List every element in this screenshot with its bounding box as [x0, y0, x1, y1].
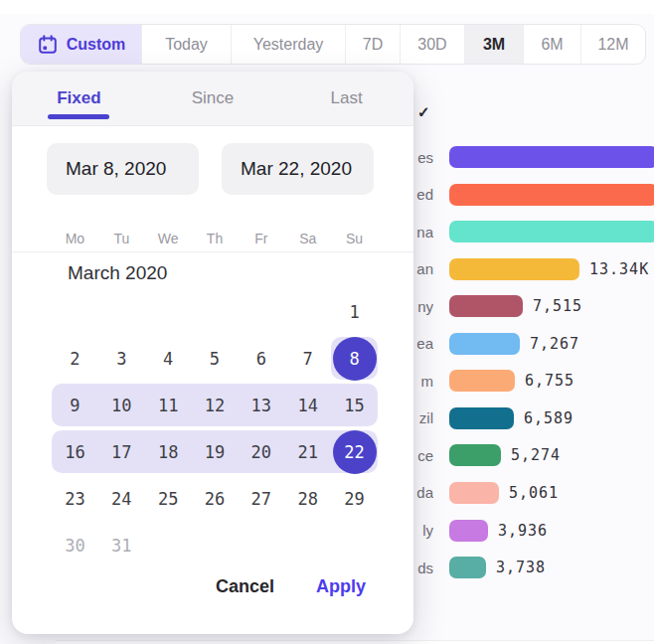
toolbar-item-label: 12M: [597, 36, 628, 54]
toolbar-item-custom[interactable]: Custom: [21, 25, 141, 64]
calendar-day-17[interactable]: 17: [98, 428, 145, 475]
calendar-day-19[interactable]: 19: [192, 428, 239, 475]
weekday-tu: Tu: [98, 227, 145, 250]
calendar-day-26[interactable]: 26: [192, 475, 239, 522]
chart-bar[interactable]: [449, 557, 486, 578]
chart-bar[interactable]: [449, 520, 488, 542]
calendar-day-15[interactable]: 15: [331, 382, 378, 428]
calendar-day-12[interactable]: 12: [192, 382, 239, 428]
chart-bar[interactable]: [449, 407, 514, 429]
calendar-day-21[interactable]: 21: [284, 428, 331, 475]
calendar-day-22[interactable]: 22: [331, 428, 378, 475]
chart-row-value: 5,274: [511, 446, 561, 464]
calendar-day-23[interactable]: 23: [52, 475, 98, 522]
chart-row-value: 13.34K: [589, 260, 649, 278]
page: esednaan13.34Kny7,515ea7,267m6,755zil6,5…: [0, 0, 654, 644]
calendar-day-31: 31: [98, 522, 145, 568]
check-icon: ✓: [417, 103, 430, 121]
calendar-grid: 1234567891011121314151617181920212223242…: [52, 288, 378, 568]
chart-bar[interactable]: [449, 295, 523, 317]
weekday-fr: Fr: [238, 227, 284, 250]
toolbar-item-label: Custom: [67, 36, 126, 54]
calendar-day-11[interactable]: 11: [145, 382, 192, 428]
calendar-day-25[interactable]: 25: [145, 475, 192, 522]
date-range-toolbar: CustomTodayYesterday7D30D3M6M12M: [20, 24, 646, 65]
chart-bar[interactable]: [449, 370, 515, 392]
weekday-header: MoTuWeThFrSaSu: [52, 227, 378, 250]
calendar-day-24[interactable]: 24: [98, 475, 145, 522]
apply-button[interactable]: Apply: [316, 576, 366, 597]
active-tab-underline: [48, 114, 109, 119]
toolbar-item-label: 7D: [363, 36, 383, 54]
toolbar-item-label: 30D: [417, 36, 446, 54]
calendar-day-5[interactable]: 5: [192, 335, 239, 382]
weekday-sa: Sa: [284, 227, 331, 250]
month-title: March 2020: [68, 262, 167, 284]
modal-actions: Cancel Apply: [216, 576, 366, 597]
date-picker-modal: FixedSinceLast Mar 8, 2020 Mar 22, 2020 …: [12, 72, 413, 634]
toolbar-item-label: Yesterday: [253, 36, 324, 54]
chart-row-value: 7,515: [533, 297, 582, 315]
toolbar-item-label: 3M: [483, 36, 505, 54]
calendar-week-row: 16171819202122: [52, 428, 378, 475]
calendar-day-20[interactable]: 20: [238, 428, 284, 475]
weekday-th: Th: [192, 227, 239, 250]
end-date-input[interactable]: Mar 22, 2020: [222, 143, 374, 195]
chart-bar[interactable]: [449, 146, 654, 168]
chart-row-value: 7,267: [530, 335, 579, 353]
calendar-day-16[interactable]: 16: [52, 428, 98, 475]
weekday-we: We: [145, 227, 192, 250]
range-start-day: 8: [333, 337, 377, 381]
chart-row-value: 3,936: [498, 522, 548, 540]
calendar-day-29[interactable]: 29: [331, 475, 378, 522]
calendar-day-14[interactable]: 14: [284, 382, 331, 428]
calendar-day-1[interactable]: 1: [331, 288, 378, 335]
toolbar-item-30d[interactable]: 30D: [400, 25, 464, 64]
calendar-day-8[interactable]: 8: [331, 335, 378, 382]
toolbar-item-today[interactable]: Today: [141, 25, 231, 64]
calendar-day-9[interactable]: 9: [52, 382, 98, 428]
calendar-day-6[interactable]: 6: [238, 335, 284, 382]
tab-since[interactable]: Since: [146, 72, 280, 125]
calendar-day-18[interactable]: 18: [145, 428, 192, 475]
calendar-day-10[interactable]: 10: [98, 382, 145, 428]
calendar-day-7[interactable]: 7: [284, 335, 331, 382]
toolbar-item-label: 6M: [541, 36, 563, 54]
weekday-su: Su: [331, 227, 378, 250]
tab-last[interactable]: Last: [279, 72, 413, 125]
calendar-day-30: 30: [52, 522, 98, 568]
calendar-week-row: 23242526272829: [52, 475, 378, 522]
chart-bar[interactable]: [449, 184, 654, 206]
chart-bar[interactable]: [449, 444, 501, 466]
divider: [12, 251, 413, 252]
range-end-day: 22: [333, 430, 377, 474]
chart-row-value: 6,589: [524, 409, 573, 427]
chart-bar[interactable]: [449, 333, 520, 355]
chart-row-value: 3,738: [496, 559, 546, 576]
calendar-day-4[interactable]: 4: [145, 335, 192, 382]
chart-row-value: 6,755: [525, 372, 574, 390]
toolbar-item-7d[interactable]: 7D: [345, 25, 400, 64]
calendar-day-13[interactable]: 13: [238, 382, 284, 428]
weekday-mo: Mo: [52, 227, 98, 250]
calendar-week-row: 3031: [52, 522, 378, 568]
calendar-week-row: 1: [52, 288, 378, 335]
toolbar-item-label: Today: [165, 36, 208, 54]
calendar-day-28[interactable]: 28: [284, 475, 331, 522]
chart-row-value: 5,061: [509, 484, 559, 502]
chart-bar[interactable]: [449, 482, 499, 504]
cancel-button[interactable]: Cancel: [216, 576, 274, 597]
chart-bar[interactable]: [449, 258, 579, 280]
calendar-week-row: 2345678: [52, 335, 378, 382]
calendar-week-row: 9101112131415: [52, 382, 378, 428]
chart-bar[interactable]: [449, 221, 654, 242]
start-date-input[interactable]: Mar 8, 2020: [47, 143, 199, 195]
calendar-day-27[interactable]: 27: [238, 475, 284, 522]
calendar-day-3[interactable]: 3: [98, 335, 145, 382]
calendar-day-2[interactable]: 2: [52, 335, 98, 382]
calendar-icon: [37, 34, 59, 56]
toolbar-item-yesterday[interactable]: Yesterday: [231, 25, 345, 64]
toolbar-item-6m[interactable]: 6M: [523, 25, 580, 64]
toolbar-item-12m[interactable]: 12M: [580, 25, 645, 64]
toolbar-item-3m[interactable]: 3M: [464, 25, 523, 64]
